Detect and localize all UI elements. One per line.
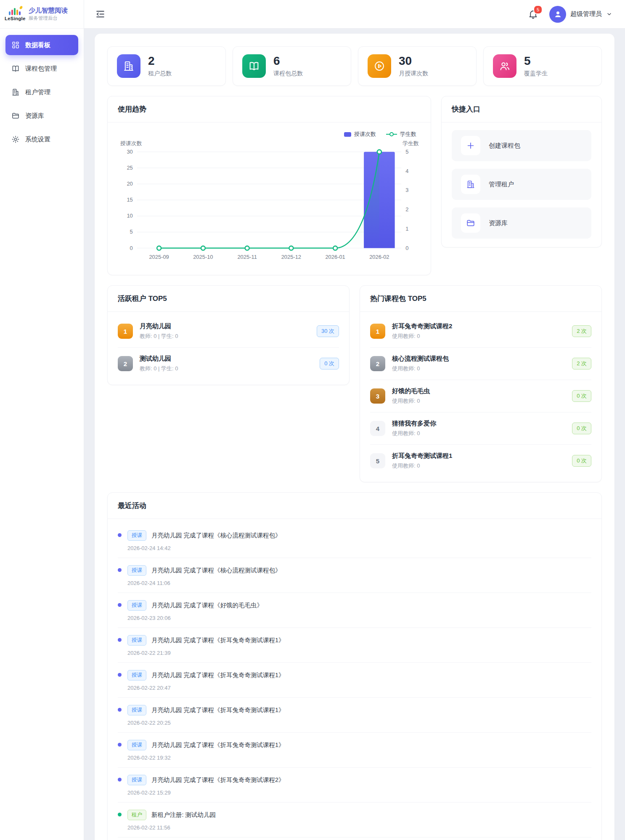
rank-subtitle: 使用教师: 0 — [392, 462, 565, 470]
dashboard-icon — [11, 41, 20, 49]
avatar — [549, 6, 566, 23]
sidebar-item-1[interactable]: 课程包管理 — [5, 58, 78, 79]
activity-type-tag: 授课 — [127, 600, 146, 611]
activity-body: 授课 月亮幼儿园 完成了课程《折耳兔奇奇测试课程2》 2026-02-22 15… — [127, 775, 591, 796]
recent-activity-title: 最近活动 — [108, 493, 601, 519]
quick-entry-label: 创建课程包 — [489, 142, 520, 150]
activity-body: 授课 月亮幼儿园 完成了课程《折耳兔奇奇测试课程1》 2026-02-22 19… — [127, 740, 591, 761]
sidebar-item-4[interactable]: 系统设置 — [5, 129, 78, 149]
sidebar-item-label: 课程包管理 — [25, 65, 57, 73]
svg-text:5: 5 — [130, 229, 133, 235]
logo-area: LeSingle 少儿智慧阅读 服务管理后台 — [0, 0, 84, 29]
activity-timestamp: 2026-02-22 15:29 — [127, 789, 591, 796]
notification-bell-button[interactable]: 5 — [528, 9, 538, 19]
app-root: LeSingle 少儿智慧阅读 服务管理后台 数据看板 课程包管理 租户管理 资… — [0, 0, 625, 840]
activity-type-tag: 授课 — [127, 670, 146, 681]
rank-subtitle: 使用教师: 0 — [392, 430, 565, 437]
usage-trend-chart: 051015202530012345授课次数学生数2025-092025-102… — [118, 139, 421, 266]
rank-subtitle: 使用教师: 0 — [392, 332, 565, 340]
activity-dot — [118, 743, 122, 747]
rank-badge: 2 — [118, 356, 133, 371]
rank-name: 猜猜我有多爱你 — [392, 420, 565, 428]
user-name: 超级管理员 — [570, 10, 602, 18]
usage-count-badge: 0 次 — [572, 455, 591, 467]
quick-entry-0[interactable]: 创建课程包 — [452, 130, 591, 161]
activity-dot — [118, 813, 122, 816]
folder-icon — [11, 112, 20, 120]
user-menu[interactable]: 超级管理员 — [549, 6, 612, 23]
app-subtitle: 服务管理后台 — [29, 15, 68, 21]
svg-text:0: 0 — [130, 245, 133, 251]
stat-value: 5 — [524, 55, 548, 68]
stat-value: 6 — [273, 55, 303, 68]
activity-line: 授课 月亮幼儿园 完成了课程《好饿的毛毛虫》 — [127, 600, 591, 611]
activity-line: 授课 月亮幼儿园 完成了课程《核心流程测试课程包》 — [127, 565, 591, 576]
usage-count-badge: 2 次 — [572, 325, 591, 337]
collapse-sidebar-button[interactable] — [95, 9, 106, 19]
sidebar: LeSingle 少儿智慧阅读 服务管理后台 数据看板 课程包管理 租户管理 资… — [0, 0, 84, 840]
activity-item-2: 授课 月亮幼儿园 完成了课程《好饿的毛毛虫》 2026-02-23 20:06 — [118, 593, 591, 628]
recent-activity-card: 最近活动 授课 月亮幼儿园 完成了课程《核心流程测试课程包》 2026-02-2… — [107, 492, 602, 840]
packages-row-0: 1 折耳兔奇奇测试课程2 使用教师: 0 2 次 — [370, 315, 591, 348]
svg-text:10: 10 — [127, 213, 132, 219]
activity-body: 授课 月亮幼儿园 完成了课程《折耳兔奇奇测试课程1》 2026-02-22 21… — [127, 635, 591, 656]
usage-count-badge: 0 次 — [572, 390, 591, 402]
sidebar-item-3[interactable]: 资源库 — [5, 106, 78, 126]
logo-bar — [14, 8, 16, 15]
svg-text:30: 30 — [127, 149, 132, 155]
activity-item-8: 租户 新租户注册: 测试幼儿园 2026-02-22 11:56 — [118, 803, 591, 837]
activity-body: 授课 月亮幼儿园 完成了课程《好饿的毛毛虫》 2026-02-23 20:06 — [127, 600, 591, 621]
activity-timestamp: 2026-02-24 11:06 — [127, 580, 591, 586]
quick-entry-1[interactable]: 管理租户 — [452, 169, 591, 200]
rank-name: 好饿的毛毛虫 — [392, 387, 565, 395]
gear-icon — [11, 135, 20, 144]
activity-type-tag: 授课 — [127, 530, 146, 541]
chart-legend: 授课次数学生数 — [118, 130, 421, 139]
main-column: 5 超级管理员 2 租户总数 6 课程包总数 30 月授课次数 — [84, 0, 625, 840]
activity-line: 租户 新租户注册: 测试幼儿园 — [127, 810, 591, 820]
rank-badge: 4 — [370, 421, 385, 436]
building-icon — [461, 175, 480, 194]
sidebar-item-2[interactable]: 租户管理 — [5, 82, 78, 102]
quick-entry-label: 管理租户 — [489, 181, 514, 189]
activity-dot — [118, 533, 122, 537]
legend-line-swatch — [386, 132, 397, 137]
activity-timestamp: 2026-02-22 19:32 — [127, 755, 591, 761]
stat-cards-row: 2 租户总数 6 课程包总数 30 月授课次数 5 覆盖学生 — [107, 46, 602, 86]
rank-badge: 1 — [370, 324, 385, 339]
packages-row-3: 4 猜猜我有多爱你 使用教师: 0 0 次 — [370, 412, 591, 445]
stat-card-0: 2 租户总数 — [107, 46, 226, 86]
rank-info: 猜猜我有多爱你 使用教师: 0 — [392, 420, 565, 437]
rank-subtitle: 使用教师: 0 — [392, 365, 565, 372]
rank-info: 核心流程测试课程包 使用教师: 0 — [392, 355, 565, 372]
stat-text: 6 课程包总数 — [273, 55, 303, 77]
activity-text: 月亮幼儿园 完成了课程《折耳兔奇奇测试课程1》 — [151, 671, 285, 679]
svg-text:0: 0 — [405, 245, 408, 251]
legend-label: 授课次数 — [354, 130, 376, 138]
sidebar-item-label: 资源库 — [25, 112, 44, 120]
activity-item-6: 授课 月亮幼儿园 完成了课程《折耳兔奇奇测试课程1》 2026-02-22 19… — [118, 733, 591, 768]
activity-item-0: 授课 月亮幼儿园 完成了课程《核心流程测试课程包》 2026-02-24 14:… — [118, 523, 591, 558]
users-icon — [493, 54, 516, 78]
quick-entry-2[interactable]: 资源库 — [452, 207, 591, 239]
packages-row-1: 2 核心流程测试课程包 使用教师: 0 2 次 — [370, 348, 591, 380]
activity-type-tag: 授课 — [127, 635, 146, 646]
activity-body: 授课 月亮幼儿园 完成了课程《核心流程测试课程包》 2026-02-24 14:… — [127, 530, 591, 551]
activity-text: 月亮幼儿园 完成了课程《折耳兔奇奇测试课程1》 — [151, 636, 285, 644]
sidebar-item-0[interactable]: 数据看板 — [5, 35, 78, 55]
content-area: 2 租户总数 6 课程包总数 30 月授课次数 5 覆盖学生 使用趋势 — [84, 29, 625, 840]
hot-packages-card: 热门课程包 TOP5 1 折耳兔奇奇测试课程2 使用教师: 0 2 次 2 核心… — [360, 285, 602, 482]
legend-item: 授课次数 — [344, 130, 376, 138]
rank-info: 折耳兔奇奇测试课程1 使用教师: 0 — [392, 452, 565, 470]
activity-line: 授课 月亮幼儿园 完成了课程《核心流程测试课程包》 — [127, 530, 591, 541]
packages-row-2: 3 好饿的毛毛虫 使用教师: 0 0 次 — [370, 380, 591, 412]
usage-count-badge: 2 次 — [572, 358, 591, 369]
hot-packages-list: 1 折耳兔奇奇测试课程2 使用教师: 0 2 次 2 核心流程测试课程包 使用教… — [360, 312, 601, 482]
legend-bar-swatch — [344, 132, 351, 137]
logo-text: LeSingle — [5, 16, 25, 21]
rank-subtitle: 教师: 0 | 学生: 0 — [140, 332, 310, 340]
activity-item-5: 授课 月亮幼儿园 完成了课程《折耳兔奇奇测试课程1》 2026-02-22 20… — [118, 698, 591, 733]
rank-name: 核心流程测试课程包 — [392, 355, 565, 363]
rank-info: 折耳兔奇奇测试课程2 使用教师: 0 — [392, 322, 565, 340]
sidebar-item-label: 系统设置 — [25, 136, 50, 144]
